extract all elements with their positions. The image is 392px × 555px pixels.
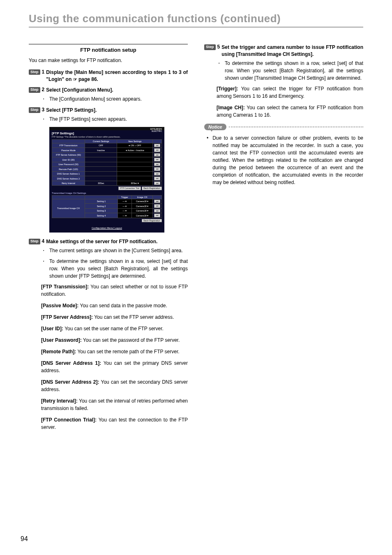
shot-logout-link[interactable]: Configuration Menu/ Logout	[92, 227, 122, 229]
bullet-text: To determine the settings shown in a row…	[225, 60, 363, 82]
definition-desc: You can select the trigger for FTP notif…	[217, 86, 363, 99]
left-column: FTP notification setup You can make sett…	[29, 44, 188, 435]
shot-row-label: Retry Interval	[52, 181, 85, 186]
hand-icon: ☞	[73, 76, 77, 83]
shot-row-label: Passive Mode	[52, 148, 85, 153]
subsection-title: FTP notification setup	[29, 44, 188, 53]
bullet-dot: ・	[41, 247, 46, 254]
set-button[interactable]: set	[154, 177, 160, 180]
step-badge: Step	[29, 107, 40, 113]
bullet-dot: ・	[217, 60, 221, 82]
definition-desc: You can set the FTP server address.	[93, 314, 174, 320]
batch-reg-button-2[interactable]: Batch Registration	[142, 219, 162, 223]
shot-row-current	[85, 157, 117, 162]
definition-item: [User ID]: You can set the user name of …	[41, 325, 188, 332]
shot-row-current: OFF	[85, 143, 117, 148]
shot-row-new[interactable]: 30Sec ▾	[117, 181, 153, 186]
image-ch-dropdown[interactable]: Camera18 ▾	[131, 213, 153, 218]
shot-row-new[interactable]	[117, 167, 153, 172]
step1-text-b: page 86.	[77, 76, 98, 82]
step-2: Step 2 Select [Configuration Menu]. ・ Th…	[29, 87, 188, 103]
image-ch-dropdown[interactable]: Camera18 ▾	[131, 199, 153, 204]
ftp-settings-screenshot: MITSUBISHI ELECTRIC [FTP Settings] FTP S…	[49, 127, 188, 233]
definition-desc: You can set the user name of the FTP ser…	[63, 326, 164, 332]
definition-item: [Trigger]: You can select the trigger fo…	[217, 85, 363, 100]
col-image: Image CH	[131, 195, 153, 199]
notice-text: Due to a server connection failure or ot…	[212, 134, 363, 186]
shot-sub-row-label: Setting 2	[85, 204, 118, 209]
col-current: Current Settings	[85, 139, 117, 143]
definition-term: [Remote Path]:	[41, 349, 76, 355]
step2-bullet: ・ The [Configuration Menu] screen appear…	[41, 95, 188, 103]
intro-text: You can make settings for FTP notificati…	[29, 57, 188, 64]
image-ch-dropdown[interactable]: Camera18 ▾	[131, 208, 153, 213]
set-button[interactable]: set	[154, 182, 160, 185]
step1-text-a: Display the [Main Menu] screen according…	[46, 69, 188, 82]
brand2: ELECTRIC	[152, 130, 162, 132]
right-column: Step 5 Set the trigger and camera number…	[204, 44, 363, 435]
definition-item: [DNS Server Address 2]: You can set the …	[41, 378, 188, 393]
shot-note: FTP Settings *The allowable number of le…	[52, 136, 162, 138]
step-title: Set the trigger and camera number to iss…	[221, 44, 363, 58]
trigger-dropdown[interactable]: — ▾	[118, 199, 132, 204]
definition-item: [FTP Transmission]: You can select wheth…	[41, 283, 188, 298]
shot-row-new[interactable]: ● Active ○ Inactive	[117, 148, 153, 153]
notice-badge: Notice	[204, 124, 226, 130]
definition-item: [FTP Connection Trial]: You can test the…	[41, 416, 188, 431]
step4-bullet-1: ・ The current settings are shown in the …	[41, 247, 188, 254]
shot-row-current	[85, 167, 117, 172]
shot-row-new[interactable]	[117, 152, 153, 157]
definition-item: [Remote Path]: You can set the remote pa…	[41, 348, 188, 355]
shot-row-label: User Password (30)	[52, 162, 85, 167]
shot-row-current: Inactive	[85, 148, 117, 153]
set-button[interactable]: set	[154, 167, 160, 171]
step-3: Step 3 Select [FTP Settings]. ・ The [FTP…	[29, 107, 188, 123]
bullet-text: The current settings are shown in the [C…	[49, 247, 188, 254]
step-number: 2	[42, 87, 45, 92]
bullet-text: The [FTP Settings] screen appears.	[49, 115, 188, 123]
shot-row-current	[85, 162, 117, 167]
shot-row-new[interactable]: ● ON ○ OFF	[117, 143, 153, 148]
set-button[interactable]: set	[154, 172, 160, 176]
shot-topbar	[49, 127, 164, 130]
set-button[interactable]: set	[154, 204, 160, 208]
set-button[interactable]: set	[154, 148, 160, 152]
trigger-dropdown[interactable]: — ▾	[118, 204, 132, 209]
definition-term: [FTP Transmission]:	[41, 284, 89, 290]
step-number: 3	[42, 107, 45, 113]
set-button[interactable]: set	[154, 163, 160, 166]
step-title: Make settings of the server for FTP noti…	[46, 238, 157, 245]
step4-bullet-2: ・ To determine the settings shown in a r…	[41, 258, 188, 280]
shot-row-new[interactable]	[117, 157, 153, 162]
bullet-dot: ・	[41, 115, 46, 123]
conn-trial-button[interactable]: FTP Connection Trial	[118, 187, 141, 190]
definition-term: [User ID]:	[41, 326, 63, 332]
definition-term: [FTP Connection Trial]:	[41, 417, 97, 423]
set-button[interactable]: set	[154, 209, 160, 213]
notice-dots	[229, 127, 363, 127]
shot-row-new[interactable]	[117, 162, 153, 167]
definition-desc: You can send data in the passive mode.	[78, 303, 167, 309]
shot-row-new[interactable]	[117, 171, 153, 176]
col-trigger: Trigger	[118, 195, 132, 199]
image-ch-dropdown[interactable]: Camera18 ▾	[131, 204, 153, 209]
bullet-dot: ・	[41, 258, 46, 280]
set-button[interactable]: set	[154, 158, 160, 161]
shot-sub-row-label: Setting 1	[85, 199, 118, 204]
shot-row-new[interactable]	[117, 176, 153, 181]
batch-reg-button[interactable]: Batch Registration	[142, 187, 162, 190]
set-button[interactable]: set	[154, 144, 160, 147]
set-button[interactable]: set	[154, 200, 160, 203]
step-title: Select [Configuration Menu].	[46, 87, 113, 94]
content-columns: FTP notification setup You can make sett…	[29, 44, 363, 435]
bullet-text: To determine the settings shown in a row…	[49, 258, 188, 280]
trigger-dropdown[interactable]: — ▾	[118, 213, 132, 218]
shot-row-label: DNS Server Address 1	[52, 171, 85, 176]
set-button[interactable]: set	[154, 153, 160, 157]
notice-tail	[210, 129, 213, 132]
definition-desc: You can set the password of the FTP serv…	[82, 337, 180, 343]
set-button[interactable]: set	[154, 214, 160, 217]
shot-brand: MITSUBISHI ELECTRIC	[150, 128, 162, 132]
step-title: Display the [Main Menu] screen according…	[46, 69, 188, 83]
trigger-dropdown[interactable]: — ▾	[118, 208, 132, 213]
